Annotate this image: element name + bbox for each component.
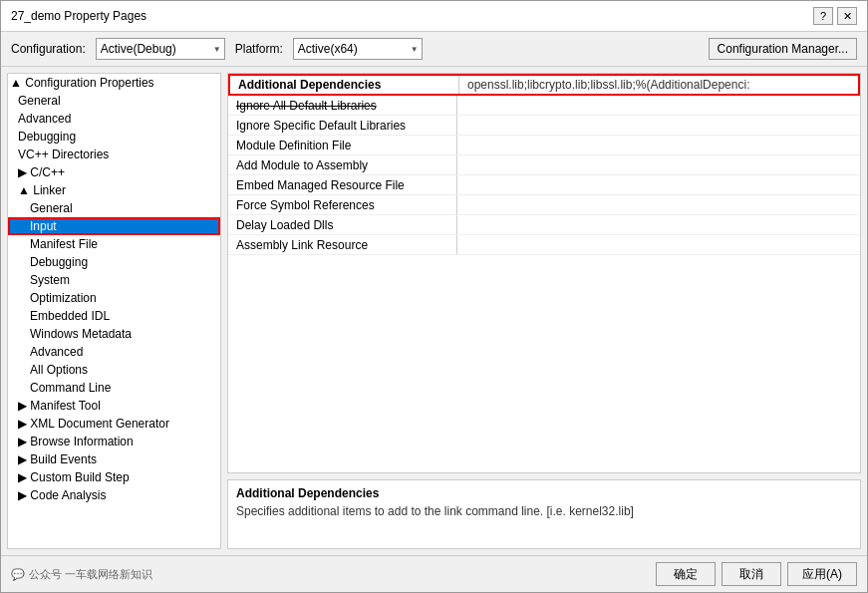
tree-item-manifest-tool[interactable]: ▶ Manifest Tool bbox=[8, 397, 220, 415]
config-label: Configuration: bbox=[11, 42, 86, 56]
prop-row-ignore-all-defaults[interactable]: Ignore All Default Libraries bbox=[228, 96, 860, 116]
platform-label: Platform: bbox=[235, 42, 283, 56]
prop-name-force-symbol: Force Symbol References bbox=[228, 195, 457, 214]
tree-item-build-events[interactable]: ▶ Build Events bbox=[8, 450, 220, 468]
platform-select[interactable]: Active(x64) bbox=[293, 38, 423, 60]
right-panel: Additional Dependenciesopenssl.lib;libcr… bbox=[227, 73, 861, 549]
prop-value-force-symbol bbox=[457, 195, 860, 214]
tree-item-vc-dirs[interactable]: VC++ Directories bbox=[8, 146, 220, 163]
tree-item-linker-debugging[interactable]: Debugging bbox=[8, 253, 220, 271]
prop-value-module-def-file bbox=[457, 136, 860, 154]
title-controls: ? ✕ bbox=[813, 7, 857, 25]
tree-item-linker-manifest[interactable]: Manifest File bbox=[8, 235, 220, 253]
tree-item-linker[interactable]: ▲ Linker bbox=[8, 181, 220, 199]
tree-item-browse-info[interactable]: ▶ Browse Information bbox=[8, 433, 220, 450]
prop-name-ignore-all-defaults: Ignore All Default Libraries bbox=[228, 96, 457, 115]
main-content: ▲ Configuration PropertiesGeneralAdvance… bbox=[1, 67, 867, 555]
tree-item-linker-general[interactable]: General bbox=[8, 199, 220, 217]
tree-item-linker-command-line[interactable]: Command Line bbox=[8, 379, 220, 397]
prop-row-add-module[interactable]: Add Module to Assembly bbox=[228, 155, 860, 175]
prop-row-module-def-file[interactable]: Module Definition File bbox=[228, 136, 860, 155]
tree-item-cpp[interactable]: ▶ C/C++ bbox=[8, 163, 220, 181]
prop-name-embed-managed: Embed Managed Resource File bbox=[228, 175, 457, 194]
help-button[interactable]: ? bbox=[813, 7, 833, 25]
tree-item-debugging[interactable]: Debugging bbox=[8, 128, 220, 146]
tree-item-linker-input[interactable]: Input bbox=[8, 217, 220, 235]
props-container: Additional Dependenciesopenssl.lib;libcr… bbox=[228, 74, 860, 255]
wechat-icon: 💬 bbox=[11, 568, 25, 581]
tree-item-xml-doc-gen[interactable]: ▶ XML Document Generator bbox=[8, 415, 220, 433]
tree-item-linker-all-options[interactable]: All Options bbox=[8, 361, 220, 379]
ok-button[interactable]: 确定 bbox=[656, 562, 716, 586]
config-row: Configuration: Active(Debug) Platform: A… bbox=[1, 32, 867, 67]
tree-item-code-analysis[interactable]: ▶ Code Analysis bbox=[8, 486, 220, 504]
config-select[interactable]: Active(Debug) bbox=[96, 38, 225, 60]
prop-row-force-symbol[interactable]: Force Symbol References bbox=[228, 195, 860, 215]
description-text: Specifies additional items to add to the… bbox=[236, 504, 852, 518]
tree-item-general[interactable]: General bbox=[8, 92, 220, 110]
tree-item-linker-system[interactable]: System bbox=[8, 271, 220, 289]
property-pages-dialog: 27_demo Property Pages ? ✕ Configuration… bbox=[0, 0, 868, 593]
apply-button[interactable]: 应用(A) bbox=[787, 562, 857, 586]
tree-item-linker-optimization[interactable]: Optimization bbox=[8, 289, 220, 307]
tree-item-advanced[interactable]: Advanced bbox=[8, 110, 220, 128]
prop-row-embed-managed[interactable]: Embed Managed Resource File bbox=[228, 175, 860, 195]
description-panel: Additional Dependencies Specifies additi… bbox=[227, 479, 861, 549]
prop-value-embed-managed bbox=[457, 175, 860, 194]
prop-value-additional-deps: openssl.lib;libcrypto.lib;libssl.lib;%(A… bbox=[459, 76, 858, 94]
dialog-title: 27_demo Property Pages bbox=[11, 9, 146, 23]
tree-container: ▲ Configuration PropertiesGeneralAdvance… bbox=[8, 74, 220, 504]
title-bar: 27_demo Property Pages ? ✕ bbox=[1, 1, 867, 32]
platform-select-wrapper: Active(x64) bbox=[293, 38, 423, 60]
prop-value-ignore-all-defaults bbox=[457, 96, 860, 115]
prop-name-ignore-specific: Ignore Specific Default Libraries bbox=[228, 116, 457, 135]
prop-name-add-module: Add Module to Assembly bbox=[228, 155, 457, 174]
description-title: Additional Dependencies bbox=[236, 486, 852, 500]
prop-row-assembly-link[interactable]: Assembly Link Resource bbox=[228, 235, 860, 255]
left-tree-panel: ▲ Configuration PropertiesGeneralAdvance… bbox=[7, 73, 221, 549]
prop-value-assembly-link bbox=[457, 235, 860, 254]
bottom-bar: 💬 公众号 一车载网络新知识 确定 取消 应用(A) bbox=[1, 555, 867, 592]
config-manager-button[interactable]: Configuration Manager... bbox=[709, 38, 857, 60]
tree-item-linker-advanced[interactable]: Advanced bbox=[8, 343, 220, 361]
tree-item-linker-windows-meta[interactable]: Windows Metadata bbox=[8, 325, 220, 343]
tree-item-linker-embedded-idl[interactable]: Embedded IDL bbox=[8, 307, 220, 325]
prop-name-delay-loaded: Delay Loaded Dlls bbox=[228, 215, 457, 234]
prop-value-ignore-specific bbox=[457, 116, 860, 135]
prop-row-ignore-specific[interactable]: Ignore Specific Default Libraries bbox=[228, 116, 860, 136]
tree-item-config-props[interactable]: ▲ Configuration Properties bbox=[8, 74, 220, 92]
watermark: 💬 公众号 一车载网络新知识 bbox=[11, 567, 152, 582]
cancel-button[interactable]: 取消 bbox=[722, 562, 781, 586]
prop-name-assembly-link: Assembly Link Resource bbox=[228, 235, 457, 254]
prop-value-add-module bbox=[457, 155, 860, 174]
config-select-wrapper: Active(Debug) bbox=[96, 38, 225, 60]
prop-row-delay-loaded[interactable]: Delay Loaded Dlls bbox=[228, 215, 860, 235]
prop-row-additional-deps[interactable]: Additional Dependenciesopenssl.lib;libcr… bbox=[228, 74, 860, 96]
properties-table: Additional Dependenciesopenssl.lib;libcr… bbox=[227, 73, 861, 473]
prop-value-delay-loaded bbox=[457, 215, 860, 234]
prop-name-module-def-file: Module Definition File bbox=[228, 136, 457, 154]
close-button[interactable]: ✕ bbox=[837, 7, 857, 25]
tree-item-custom-build[interactable]: ▶ Custom Build Step bbox=[8, 468, 220, 486]
prop-name-additional-deps: Additional Dependencies bbox=[230, 76, 459, 94]
